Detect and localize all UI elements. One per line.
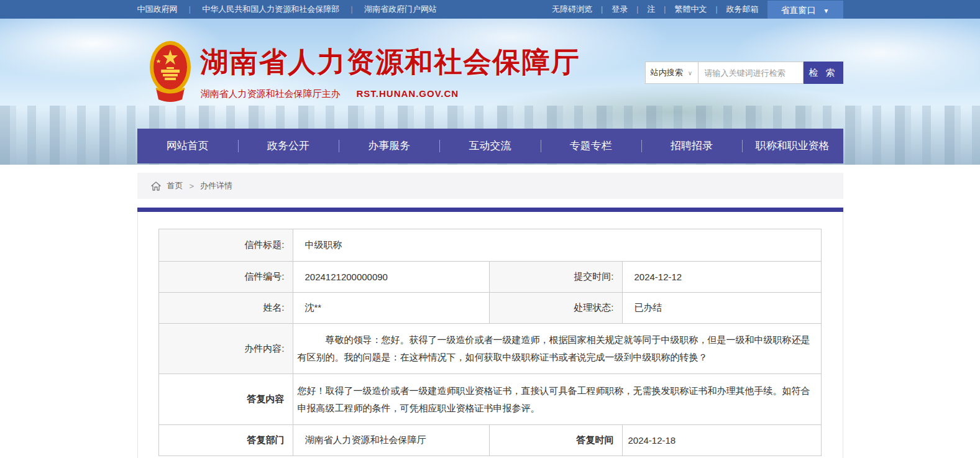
- search-scope-label: 站内搜索: [651, 67, 683, 78]
- topbar-left-links: 中国政府网 ｜ 中华人民共和国人力资源和社会保障部 ｜ 湖南省政府门户网站: [137, 4, 437, 15]
- brand-block: 湖南省人力资源和社会保障厅 湖南省人力资源和社会保障厅主办 RST.HUNAN.…: [201, 44, 580, 100]
- link-mohrss[interactable]: 中华人民共和国人力资源和社会保障部: [202, 4, 339, 15]
- nav-gov-affairs[interactable]: 政务公开: [238, 129, 339, 163]
- divider: |: [601, 5, 603, 14]
- site-url: RST.HUNAN.GOV.CN: [357, 88, 459, 100]
- link-hunan-gov[interactable]: 湖南省政府门户网站: [364, 4, 437, 15]
- nav-professional-titles[interactable]: 职称和职业资格: [742, 129, 843, 163]
- status-label: 处理状态:: [490, 293, 623, 324]
- reply-content-label: 答复内容: [159, 374, 293, 425]
- site-title: 湖南省人力资源和社会保障厅: [201, 44, 580, 81]
- nav-special-topics[interactable]: 专题专栏: [541, 129, 641, 163]
- nav-interaction[interactable]: 互动交流: [439, 129, 540, 163]
- status-value: 已办结: [623, 293, 821, 324]
- breadcrumb: 首页 > 办件详情: [137, 173, 843, 199]
- link-login[interactable]: 登录: [611, 4, 628, 15]
- search-scope-select[interactable]: 站内搜索 ∨: [645, 62, 698, 84]
- topbar-right-links: 无障碍浏览 | 登录 | 注 | 繁體中文 | 政务邮箱 省直窗口 ▼: [552, 0, 843, 21]
- reply-time-value: 2024-12-18: [623, 425, 821, 456]
- reply-dept-value: 湖南省人力资源和社会保障厅: [293, 425, 490, 456]
- letter-title-label: 信件标题:: [159, 229, 293, 262]
- divider: ｜: [186, 4, 194, 15]
- submit-time-label: 提交时间:: [490, 262, 623, 293]
- request-content-label: 办件内容:: [159, 324, 293, 374]
- submit-time-value: 2024-12-12: [623, 262, 821, 293]
- reply-content-value: 您好！取得了一级造价或者一级建造师职业资格证书，直接认可具备工程师职称，无需换发…: [293, 374, 821, 425]
- select-arrow-icon: ∨: [688, 70, 692, 76]
- nav-services[interactable]: 办事服务: [339, 129, 439, 163]
- letter-number-value: 2024121200000090: [293, 262, 490, 293]
- table-row: 姓名: 沈** 处理状态: 已办结: [159, 293, 821, 324]
- breadcrumb-current: 办件详情: [200, 180, 232, 191]
- breadcrumb-home[interactable]: 首页: [167, 180, 183, 191]
- table-row: 答复内容 您好！取得了一级造价或者一级建造师职业资格证书，直接认可具备工程师职称…: [159, 374, 821, 425]
- reply-time-label: 答复时间: [490, 425, 623, 456]
- national-emblem-logo: [147, 40, 193, 102]
- link-gov-mail[interactable]: 政务邮箱: [726, 4, 759, 15]
- divider: |: [715, 5, 717, 14]
- main-navigation: 网站首页 政务公开 办事服务 互动交流 专题专栏 招聘招录 职称和职业资格: [137, 129, 843, 163]
- link-accessibility[interactable]: 无障碍浏览: [552, 4, 592, 15]
- top-utility-bar: 中国政府网 ｜ 中华人民共和国人力资源和社会保障部 ｜ 湖南省政府门户网站 无障…: [0, 0, 980, 19]
- letter-number-label: 信件编号:: [159, 262, 293, 293]
- nav-home[interactable]: 网站首页: [137, 129, 238, 163]
- table-row: 办件内容: 尊敬的领导：您好。获得了一级造价或者一级建造师，根据国家相关规定就等…: [159, 324, 821, 374]
- table-row: 信件编号: 2024121200000090 提交时间: 2024-12-12: [159, 262, 821, 293]
- request-content-text: 尊敬的领导：您好。获得了一级造价或者一级建造师，根据国家相关规定就等同于中级职称…: [297, 331, 817, 366]
- reply-content-text: 您好！取得了一级造价或者一级建造师职业资格证书，直接认可具备工程师职称，无需换发…: [297, 382, 817, 417]
- link-gov-cn[interactable]: 中国政府网: [137, 4, 178, 15]
- detail-panel: 信件标题: 中级职称 信件编号: 2024121200000090 提交时间: …: [137, 212, 843, 458]
- request-content-value: 尊敬的领导：您好。获得了一级造价或者一级建造师，根据国家相关规定就等同于中级职称…: [293, 324, 821, 374]
- name-value: 沈**: [293, 293, 490, 324]
- name-label: 姓名:: [159, 293, 293, 324]
- reply-dept-label: 答复部门: [159, 425, 293, 456]
- table-row: 信件标题: 中级职称: [159, 229, 821, 262]
- divider: |: [636, 5, 638, 14]
- site-banner: 湖南省人力资源和社会保障厅 湖南省人力资源和社会保障厅主办 RST.HUNAN.…: [0, 19, 980, 165]
- province-window-dropdown[interactable]: 省直窗口 ▼: [767, 1, 843, 21]
- site-search: 站内搜索 ∨ 检 索: [645, 62, 843, 84]
- letter-detail-table: 信件标题: 中级职称 信件编号: 2024121200000090 提交时间: …: [158, 229, 821, 456]
- divider: ｜: [348, 4, 355, 15]
- letter-title-value: 中级职称: [293, 229, 821, 262]
- link-traditional-chinese[interactable]: 繁體中文: [674, 4, 707, 15]
- search-input[interactable]: [698, 62, 804, 84]
- breadcrumb-separator: >: [190, 181, 195, 191]
- divider: |: [664, 5, 666, 14]
- site-subtitle-row: 湖南省人力资源和社会保障厅主办 RST.HUNAN.GOV.CN: [201, 88, 580, 100]
- search-button[interactable]: 检 索: [804, 62, 843, 84]
- section-divider-bar: [137, 208, 843, 212]
- table-row: 答复部门 湖南省人力资源和社会保障厅 答复时间 2024-12-18: [159, 425, 821, 456]
- site-organizer: 湖南省人力资源和社会保障厅主办: [201, 88, 341, 100]
- province-window-label: 省直窗口: [781, 5, 816, 16]
- link-register[interactable]: 注: [647, 4, 655, 15]
- home-icon[interactable]: [151, 181, 161, 191]
- nav-recruitment[interactable]: 招聘招录: [641, 129, 742, 163]
- chevron-down-icon: ▼: [823, 7, 830, 14]
